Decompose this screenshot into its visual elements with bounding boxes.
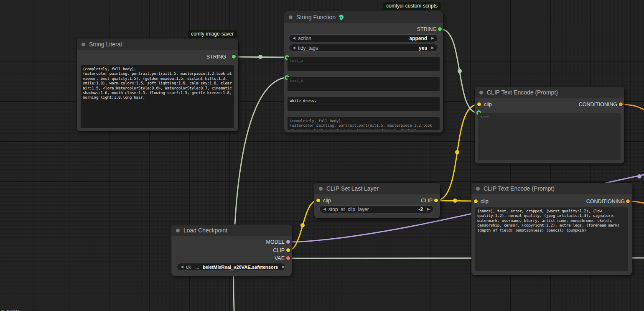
node-titlebar[interactable]: Load Checkpoint [171, 224, 292, 236]
text-textarea[interactable]: (hands), text, error, cropped, (worst qu… [475, 207, 628, 271]
link-middot [258, 55, 262, 59]
input-slot-clip[interactable] [477, 102, 481, 106]
output-label-clip: CLIP [273, 247, 285, 253]
output-label-string: STRING [206, 54, 226, 60]
combo-left-arrow-icon[interactable]: ◀ [293, 36, 295, 40]
output-label-clip: CLIP [421, 198, 433, 204]
link-middot [455, 150, 459, 154]
input-slot-clip[interactable] [316, 199, 320, 202]
link-middot [637, 174, 641, 178]
output-slot-conditioning[interactable] [619, 102, 623, 106]
node-title: CLIP Set Last Layer [326, 185, 379, 192]
collapse-dot-icon[interactable] [176, 229, 180, 232]
node-clip-text-encode-top[interactable]: CLIP Text Encode (Prompt) clip CONDITION… [475, 87, 624, 163]
output-label-vae: VAE [275, 255, 285, 261]
widget-label: action [298, 36, 409, 41]
widget-label: ck [186, 264, 191, 270]
node-load-checkpoint[interactable]: Load Checkpoint MODEL CLIP VAE ◀ ck ... … [171, 224, 292, 276]
text-textarea[interactable]: text [478, 113, 621, 160]
node-clip-set-last-layer[interactable]: CLIP Set Last Layer clip CLIP ◀ stop_at_… [314, 183, 440, 218]
input-label-clip: clip [484, 102, 492, 107]
widget-value: -2 [418, 206, 423, 212]
execution-timer: T: 0.00s [1, 308, 20, 311]
widget-tidy-tags[interactable]: ◀ tidy_tags yes ▶ [289, 44, 438, 52]
widget-label-ellipsis: ... [195, 264, 199, 270]
output-label-conditioning: CONDITIONING [586, 199, 625, 204]
output-slot-clip[interactable] [434, 199, 438, 202]
node-title: Load Checkpoint [183, 227, 227, 234]
link-middot [458, 69, 462, 73]
input-label-clip: clip [481, 199, 489, 204]
input-slot-clip[interactable] [474, 199, 478, 203]
result-textarea[interactable]: (completely, full body), (watercolor pai… [288, 117, 440, 130]
widget-ckpt-name[interactable]: ◀ ck ... beletMixReal_v20VAE.safetensors… [177, 263, 285, 271]
text-b-textarea[interactable]: text_b [288, 77, 440, 91]
text-c-textarea[interactable]: white dress, [288, 97, 440, 111]
output-label-string: STRING [417, 26, 437, 32]
node-string-function[interactable]: String Function STRING ◀ action append ▶… [284, 11, 443, 133]
node-titlebar[interactable]: String Literal [77, 38, 238, 50]
combo-left-arrow-icon[interactable]: ◀ [181, 265, 183, 269]
node-title: CLIP Text Encode (Prompt) [487, 89, 558, 96]
output-slot-conditioning[interactable] [626, 199, 630, 203]
node-titlebar[interactable]: CLIP Set Last Layer [314, 183, 440, 194]
collapse-dot-icon[interactable] [479, 91, 483, 94]
link-offscreen-to-text-b [234, 77, 287, 311]
output-label-model: MODEL [266, 239, 285, 245]
widget-label: stop_at_clip_layer [328, 206, 418, 212]
node-titlebar[interactable]: CLIP Text Encode (Prompt) [471, 183, 632, 194]
combo-right-arrow-icon[interactable]: ▶ [431, 36, 434, 40]
text-a-textarea[interactable]: text_a [288, 57, 440, 71]
widget-value: append [409, 36, 427, 41]
node-title: String Literal [89, 41, 122, 48]
output-slot-vae[interactable] [286, 256, 290, 260]
node-titlebar[interactable]: CLIP Text Encode (Prompt) [475, 87, 624, 98]
combo-left-arrow-icon[interactable]: ◀ [323, 207, 326, 211]
collapse-dot-icon[interactable] [319, 187, 323, 191]
node-titlebar[interactable]: String Function [284, 11, 443, 23]
link-middot [300, 223, 305, 227]
widget-value: yes [419, 45, 427, 51]
node-title: CLIP Text Encode (Prompt) [484, 185, 555, 192]
widget-label: tidy_tags [298, 45, 419, 51]
combo-right-arrow-icon[interactable]: ▶ [427, 207, 430, 211]
widget-value: beletMixReal_v20VAE.safetensors [203, 265, 278, 270]
node-title: String Function [296, 14, 336, 20]
widget-stop-at-clip-layer[interactable]: ◀ stop_at_clip_layer -2 ▶ [319, 205, 434, 213]
combo-left-arrow-icon[interactable]: ◀ [293, 46, 295, 50]
collapse-dot-icon[interactable] [81, 43, 85, 46]
input-label-clip: clip [323, 198, 331, 204]
string-textarea[interactable]: (completely, full body), (watercolor pai… [81, 65, 234, 128]
output-label-conditioning: CONDITIONING [579, 102, 617, 107]
node-badge: comfy-image-saver [188, 30, 237, 38]
collapse-dot-icon[interactable] [476, 187, 480, 191]
node-string-literal[interactable]: String Literal STRING (completely, full … [77, 38, 238, 131]
node-clip-text-encode-bottom[interactable]: CLIP Text Encode (Prompt) clip CONDITION… [471, 183, 632, 275]
pysssss-snake-icon [338, 14, 345, 20]
collapse-dot-icon[interactable] [289, 15, 293, 19]
output-slot-clip[interactable] [286, 248, 290, 252]
combo-right-arrow-icon[interactable]: ▶ [431, 46, 434, 50]
combo-right-arrow-icon[interactable]: ▶ [282, 265, 285, 269]
output-slot-string[interactable] [438, 27, 442, 31]
link-middot [453, 199, 457, 203]
node-badge: comfyui-custom-scripts [383, 2, 441, 10]
output-slot-string[interactable] [232, 55, 236, 59]
output-slot-model[interactable] [286, 240, 290, 244]
widget-action[interactable]: ◀ action append ▶ [289, 34, 438, 42]
